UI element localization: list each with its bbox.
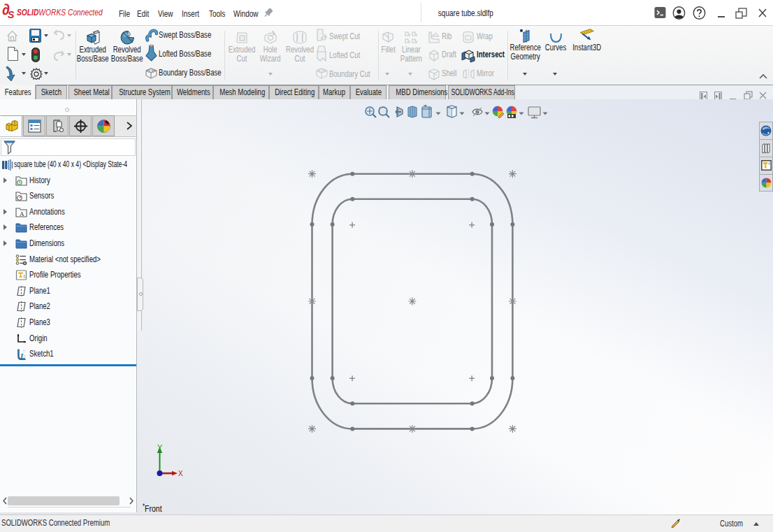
svg-text:A: A: [20, 210, 24, 217]
svg-text:L: L: [20, 352, 25, 360]
svg-text:Y: Y: [157, 443, 163, 452]
svg-text:X: X: [178, 470, 183, 477]
